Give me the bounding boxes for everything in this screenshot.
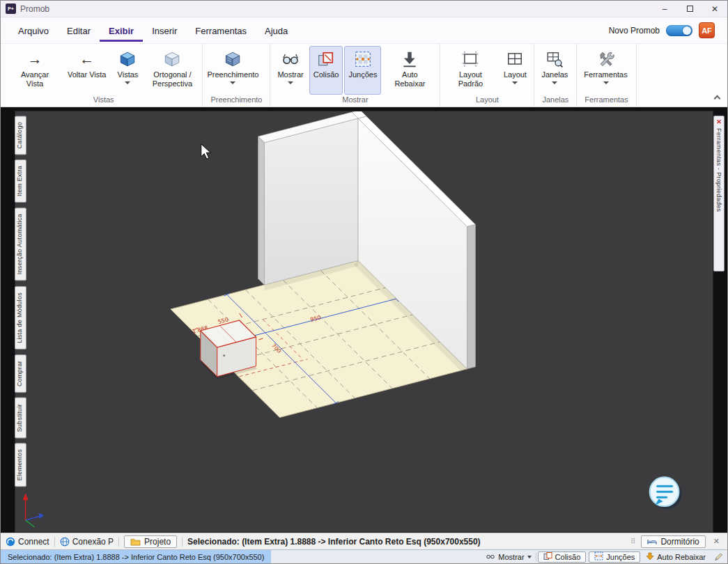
colisao-button[interactable]: Colisão bbox=[309, 46, 343, 95]
chevron-down-icon bbox=[230, 81, 235, 84]
conexao-item[interactable]: Conexão P bbox=[60, 537, 114, 547]
mostrar-button[interactable]: Mostrar bbox=[273, 46, 307, 95]
janelas-button[interactable]: Janelas bbox=[537, 46, 572, 95]
connect-item[interactable]: Connect bbox=[6, 537, 49, 547]
sidebar-tab-insercao-automatica[interactable]: Inserção Automática bbox=[15, 207, 26, 281]
sidebar-tab-catalogo[interactable]: Catálogo bbox=[15, 116, 26, 155]
mostrar-quick-button[interactable]: Mostrar bbox=[481, 552, 535, 562]
tools-icon bbox=[597, 49, 615, 70]
drag-grip-icon[interactable]: ⠿ bbox=[630, 538, 636, 545]
main-area: Catálogo Item Extra Inserção Automática … bbox=[1, 107, 727, 533]
layout-default-icon bbox=[461, 49, 479, 70]
axis-gizmo bbox=[23, 493, 45, 527]
chevron-down-icon bbox=[288, 81, 293, 84]
ribbon-group-janelas: Janelas Janelas bbox=[534, 44, 577, 107]
separator bbox=[54, 537, 55, 547]
menu-ajuda[interactable]: Ajuda bbox=[256, 19, 297, 42]
close-button[interactable]: ✕ bbox=[702, 1, 727, 17]
ribbon-group-label: Vistas bbox=[7, 95, 200, 107]
maximize-button[interactable] bbox=[677, 1, 702, 17]
collision-icon bbox=[543, 551, 552, 562]
collision-icon bbox=[317, 49, 335, 70]
ribbon-group-vistas: → Avançar Vista ← Voltar Vista Vistas bbox=[5, 44, 203, 107]
vistas-button[interactable]: Vistas bbox=[111, 46, 144, 95]
bed-icon bbox=[647, 538, 657, 546]
sidebar-tab-item-extra[interactable]: Item Extra bbox=[15, 159, 26, 203]
novo-promob-label: Novo Promob bbox=[609, 26, 660, 36]
ribbon-group-mostrar: Mostrar Colisão Junções bbox=[270, 44, 440, 107]
wall-right-endcap bbox=[467, 224, 476, 368]
ribbon-group-layout: Layout Padrão Layout Layout bbox=[440, 44, 534, 107]
junctions-grid-icon bbox=[354, 49, 372, 70]
ortogonal-perspectiva-button[interactable]: Ortogonal / Perspectiva bbox=[145, 46, 199, 95]
menu-exibir[interactable]: Exibir bbox=[100, 19, 143, 42]
ribbon-group-label: Preenchimento bbox=[205, 95, 268, 107]
chevron-down-icon bbox=[527, 556, 532, 558]
layout-grid-icon bbox=[506, 49, 524, 70]
sidebar-tab-substituir[interactable]: Substituir bbox=[15, 398, 26, 439]
user-avatar[interactable]: AF bbox=[699, 22, 715, 38]
globe-icon bbox=[60, 537, 70, 547]
bottom-bar: Selecionado: (Item Extra) 1.8888 -> Infe… bbox=[1, 549, 727, 563]
right-panel-tab[interactable]: ✕ Ferramentas - Propriedades bbox=[713, 116, 725, 272]
left-tab-strip: Catálogo Item Extra Inserção Automática … bbox=[15, 116, 26, 487]
wall-left-face bbox=[264, 118, 358, 285]
auto-rebaixar-button[interactable]: Auto Rebaixar bbox=[382, 46, 437, 95]
ribbon-group-label: Ferramentas bbox=[579, 95, 633, 107]
menu-inserir[interactable]: Inserir bbox=[143, 19, 186, 42]
selection-status-text: Selecionado: (Item Extra) 1.8888 -> Infe… bbox=[187, 537, 481, 547]
ribbon: → Avançar Vista ← Voltar Vista Vistas bbox=[1, 44, 727, 107]
glasses-icon bbox=[486, 552, 495, 562]
arrow-down-tray-icon bbox=[401, 49, 419, 70]
ribbon-group-label: Janelas bbox=[536, 95, 574, 107]
sidebar-tab-comprar[interactable]: Comprar bbox=[15, 354, 26, 393]
chevron-down-icon bbox=[125, 81, 130, 84]
colisao-quick-button[interactable]: Colisão bbox=[538, 551, 587, 563]
menu-editar[interactable]: Editar bbox=[58, 19, 100, 42]
selection-highlight-text: Selecionado: (Item Extra) 1.8888 -> Infe… bbox=[1, 550, 271, 563]
ribbon-group-label: Mostrar bbox=[272, 95, 437, 107]
layout-padrao-button[interactable]: Layout Padrão bbox=[443, 46, 497, 95]
minimize-button[interactable]: – bbox=[652, 1, 677, 17]
chat-bubble-button[interactable] bbox=[650, 477, 682, 509]
voltar-vista-button[interactable]: ← Voltar Vista bbox=[63, 46, 110, 95]
sidebar-tab-elementos[interactable]: Elementos bbox=[15, 443, 26, 487]
preenchimento-button[interactable]: Preenchimento bbox=[206, 46, 260, 95]
layout-button[interactable]: Layout bbox=[499, 46, 531, 95]
app-window: P+ Promob – ✕ Arquivo Editar Exibir Inse… bbox=[0, 0, 728, 564]
wall-left-endcap bbox=[258, 136, 265, 285]
close-icon[interactable]: ✕ bbox=[716, 118, 722, 125]
connect-icon bbox=[6, 537, 15, 547]
edit-pencil-icon[interactable] bbox=[710, 552, 727, 561]
chevron-down-icon bbox=[512, 81, 518, 84]
window-title: Promob bbox=[20, 4, 49, 14]
juncoes-button[interactable]: Junções bbox=[344, 46, 381, 95]
ferramentas-button[interactable]: Ferramentas bbox=[580, 46, 631, 95]
ribbon-group-preenchimento: Preenchimento Preenchimento bbox=[203, 44, 270, 107]
sidebar-tab-lista-de-modulos[interactable]: Lista de Módulos bbox=[15, 286, 26, 350]
scene-3d: 1.888 950 700 550 bbox=[15, 111, 713, 532]
arrow-forward-icon: → bbox=[28, 49, 42, 70]
menu-ferramentas[interactable]: Ferramentas bbox=[186, 19, 256, 42]
separator bbox=[182, 537, 183, 547]
maximize-icon bbox=[687, 6, 693, 12]
status-bar: Connect Conexão P Projeto Selecionado: (… bbox=[1, 533, 727, 549]
chevron-down-icon bbox=[552, 81, 557, 84]
avancar-vista-button[interactable]: → Avançar Vista bbox=[8, 46, 62, 95]
juncoes-quick-button[interactable]: Junções bbox=[589, 551, 640, 563]
novo-promob-toggle[interactable] bbox=[666, 25, 692, 36]
menu-bar: Arquivo Editar Exibir Inserir Ferramenta… bbox=[1, 17, 727, 44]
projeto-button[interactable]: Projeto bbox=[124, 535, 177, 548]
glasses-icon bbox=[281, 49, 300, 70]
auto-rebaixar-quick-button[interactable]: Auto Rebaixar bbox=[642, 552, 710, 562]
menu-right-cluster: Novo Promob AF bbox=[609, 22, 719, 38]
chevron-down-icon bbox=[603, 81, 609, 84]
menu-arquivo[interactable]: Arquivo bbox=[9, 19, 58, 42]
toggle-knob-icon bbox=[683, 26, 691, 35]
separator bbox=[536, 553, 536, 561]
close-icon[interactable]: ✕ bbox=[711, 537, 722, 546]
ribbon-collapse-icon[interactable] bbox=[714, 95, 721, 102]
ambiente-dormitorio-button[interactable]: Dormitório bbox=[641, 535, 705, 548]
viewport-3d[interactable]: 1.888 950 700 550 bbox=[15, 111, 713, 533]
cube-ortho-icon bbox=[163, 49, 181, 70]
